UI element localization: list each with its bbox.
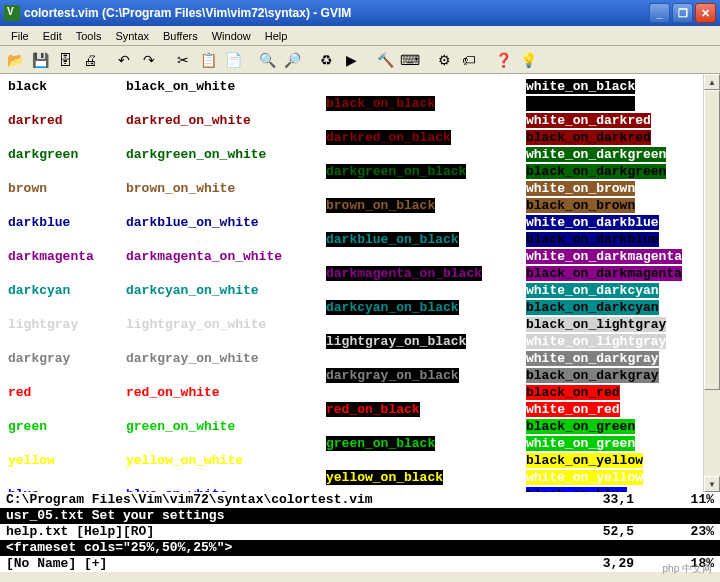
status-position <box>574 540 634 556</box>
color-name: green <box>8 418 126 435</box>
shell-button[interactable]: ⌨ <box>399 49 421 71</box>
color-on-black: brown_on_black <box>326 198 435 213</box>
color-on-black: red_on_black <box>326 402 420 417</box>
color-black-on: black_on_darkcyan <box>526 300 659 315</box>
color-on-white: brown_on_white <box>126 180 326 197</box>
menubar: FileEditToolsSyntaxBuffersWindowHelp <box>0 26 720 46</box>
status-position: 3,29 <box>574 556 634 572</box>
menu-window[interactable]: Window <box>205 28 258 44</box>
find-button[interactable]: 🔍 <box>256 49 278 71</box>
color-on-black: darkmagenta_on_black <box>326 266 482 281</box>
cut-button[interactable]: ✂ <box>172 49 194 71</box>
status-line: help.txt [Help][RO]52,523% <box>0 524 720 540</box>
scroll-thumb[interactable] <box>704 90 720 390</box>
color-white-on: black_on_blue <box>526 487 627 492</box>
status-left: usr_05.txt Set your settings <box>6 508 574 524</box>
status-left: <frameset cols="25%,50%,25%"> <box>6 540 574 556</box>
findnext-button[interactable]: 🔎 <box>281 49 303 71</box>
make-button[interactable]: ⚙ <box>433 49 455 71</box>
status-line: C:\Program Files\Vim\vim72\syntax\colort… <box>0 492 720 508</box>
open-button[interactable]: 📂 <box>4 49 26 71</box>
close-button[interactable]: ✕ <box>695 3 716 23</box>
status-left: C:\Program Files\Vim\vim72\syntax\colort… <box>6 492 574 508</box>
color-name: blue <box>8 486 126 492</box>
color-black-on: black_on_black <box>526 96 635 111</box>
tags-button[interactable]: 🏷 <box>458 49 480 71</box>
window-buttons: _ ❐ ✕ <box>649 3 716 23</box>
scroll-down-button[interactable]: ▼ <box>704 476 720 492</box>
menu-help[interactable]: Help <box>258 28 295 44</box>
color-white-on: white_on_darkgreen <box>526 147 666 162</box>
color-white-on: white_on_darkcyan <box>526 283 659 298</box>
undo-button[interactable]: ↶ <box>113 49 135 71</box>
status-line: usr_05.txt Set your settings <box>0 508 720 524</box>
window-title: colortest.vim (C:\Program Files\Vim\vim7… <box>24 6 649 20</box>
scroll-up-button[interactable]: ▲ <box>704 74 720 90</box>
color-name: darkgray <box>8 350 126 367</box>
color-black-on: black_on_darkred <box>526 130 651 145</box>
color-name: red <box>8 384 126 401</box>
menu-edit[interactable]: Edit <box>36 28 69 44</box>
menu-syntax[interactable]: Syntax <box>108 28 156 44</box>
status-percent <box>634 540 714 556</box>
color-black-on: black_on_darkmagenta <box>526 266 682 281</box>
color-on-black: lightgray_on_black <box>326 334 466 349</box>
color-on-black: yellow_on_black <box>326 470 443 485</box>
color-black-on: black_on_darkgreen <box>526 164 666 179</box>
menu-tools[interactable]: Tools <box>69 28 109 44</box>
save-button[interactable]: 💾 <box>29 49 51 71</box>
color-name: brown <box>8 180 126 197</box>
color-on-black: darkred_on_black <box>326 130 451 145</box>
color-black-on: white_on_red <box>526 402 620 417</box>
color-name: darkblue <box>8 214 126 231</box>
color-name: lightgray <box>8 316 126 333</box>
color-black-on: black_on_darkblue <box>526 232 659 247</box>
saveall-button[interactable]: 🗄 <box>54 49 76 71</box>
color-name: black <box>8 78 126 95</box>
minimize-button[interactable]: _ <box>649 3 670 23</box>
color-on-white: darkgreen_on_white <box>126 146 326 163</box>
print-button[interactable]: 🖨 <box>79 49 101 71</box>
status-position <box>574 508 634 524</box>
color-on-white: darkcyan_on_white <box>126 282 326 299</box>
color-on-black: darkgray_on_black <box>326 368 459 383</box>
toolbar: 📂💾🗄🖨↶↷✂📋📄🔍🔎♻▶🔨⌨⚙🏷❓💡 <box>0 46 720 74</box>
color-on-white: darkmagenta_on_white <box>126 248 326 265</box>
color-white-on: white_on_darkmagenta <box>526 249 682 264</box>
color-white-on: white_on_brown <box>526 181 635 196</box>
color-white-on: white_on_darkred <box>526 113 651 128</box>
status-percent <box>634 508 714 524</box>
color-on-black: darkgreen_on_black <box>326 164 466 179</box>
color-white-on: black_on_green <box>526 419 635 434</box>
color-on-black: darkblue_on_black <box>326 232 459 247</box>
menu-file[interactable]: File <box>4 28 36 44</box>
findhelp-button[interactable]: 💡 <box>517 49 539 71</box>
color-on-white: darkgray_on_white <box>126 350 326 367</box>
color-on-white: green_on_white <box>126 418 326 435</box>
titlebar: colortest.vim (C:\Program Files\Vim\vim7… <box>0 0 720 26</box>
color-name: darkred <box>8 112 126 129</box>
status-line: <frameset cols="25%,50%,25%"> <box>0 540 720 556</box>
color-white-on: white_on_darkgray <box>526 351 659 366</box>
color-on-white: black_on_white <box>126 78 326 95</box>
vertical-scrollbar[interactable]: ▲ ▼ <box>703 74 720 492</box>
redo-button[interactable]: ↷ <box>138 49 160 71</box>
copy-button[interactable]: 📋 <box>197 49 219 71</box>
color-on-black: green_on_black <box>326 436 435 451</box>
editor-area[interactable]: blackblack_on_whitewhite_on_blackblack_o… <box>0 74 720 492</box>
app-icon <box>4 5 20 21</box>
color-name: darkcyan <box>8 282 126 299</box>
maximize-button[interactable]: ❐ <box>672 3 693 23</box>
watermark: php 中文网 <box>663 562 712 576</box>
color-white-on: black_on_red <box>526 385 620 400</box>
color-black-on: black_on_brown <box>526 198 635 213</box>
build-button[interactable]: 🔨 <box>374 49 396 71</box>
menu-buffers[interactable]: Buffers <box>156 28 205 44</box>
color-on-white: red_on_white <box>126 384 326 401</box>
replace-button[interactable]: ♻ <box>315 49 337 71</box>
paste-button[interactable]: 📄 <box>222 49 244 71</box>
help-button[interactable]: ❓ <box>492 49 514 71</box>
run-button[interactable]: ▶ <box>340 49 362 71</box>
status-line: [No Name] [+]3,2918% <box>0 556 720 572</box>
color-black-on: white_on_yellow <box>526 470 643 485</box>
